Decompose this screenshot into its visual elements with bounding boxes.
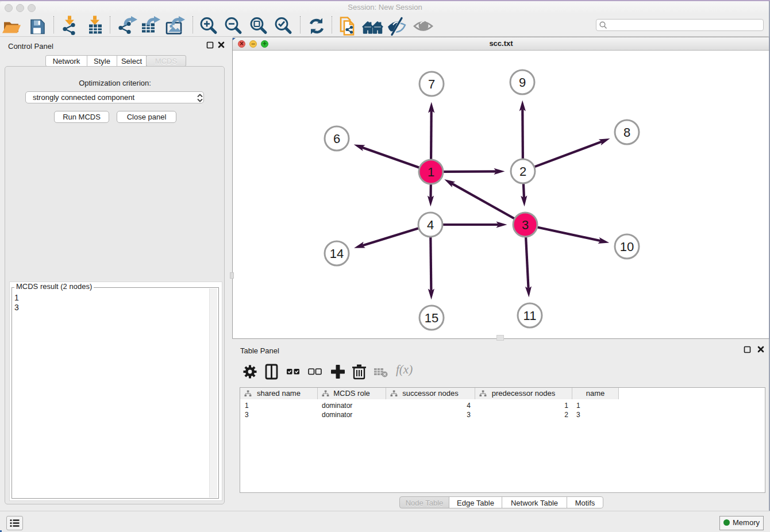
svg-text:10: 10 (620, 240, 634, 254)
svg-text:15: 15 (425, 311, 438, 325)
svg-text:4: 4 (427, 218, 434, 232)
svg-text:1: 1 (428, 165, 434, 179)
svg-text:7: 7 (428, 77, 435, 91)
svg-text:8: 8 (623, 125, 630, 140)
svg-text:6: 6 (333, 132, 340, 146)
svg-text:9: 9 (519, 75, 526, 90)
svg-text:2: 2 (519, 164, 526, 179)
svg-text:14: 14 (330, 246, 344, 261)
svg-text:3: 3 (522, 218, 529, 232)
svg-text:11: 11 (523, 309, 537, 323)
